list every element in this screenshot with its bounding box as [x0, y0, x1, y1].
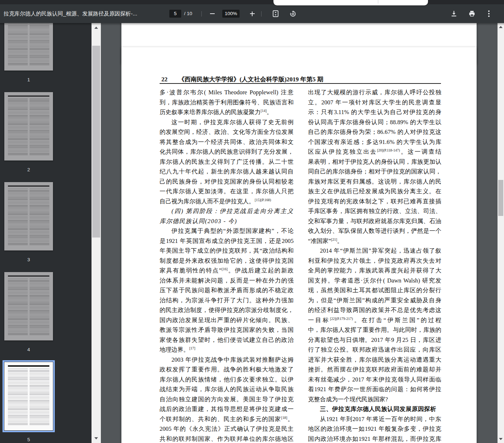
text-line: 从1921 年到2017 年将近一百年的时间，中东	[308, 414, 441, 424]
text-line: 国支持。学者道恩·沃尔什( Dawn Walsh) 研究发	[308, 276, 441, 286]
main-scrollbar-down-arrow[interactable]	[499, 438, 503, 440]
text-line: “准国家”[21]。	[308, 236, 441, 246]
text-line: 治体系并未能解决问题，反而是一种在外力的强	[160, 276, 294, 286]
text-line: 历史叙事来培养库尔德人的民族凝聚力[14]。	[160, 107, 294, 117]
thumbnail-page-4[interactable]: 4	[4, 272, 53, 340]
thumbnail-page-number: 2	[4, 167, 53, 172]
text-line: 库族对库区更有归属感。这说明，库尔德人的民	[308, 177, 441, 187]
text-line: 纪八九十年代起，新生的库尔德人越来越认同自	[160, 167, 294, 177]
more-options-icon	[488, 10, 490, 17]
download-icon	[450, 10, 458, 18]
text-line: 治结构，为宗派斗争打开了大门。这种外力强加	[160, 295, 294, 306]
text-line: 制度都是外来政权强加给它的，这使得伊拉克国	[160, 256, 294, 266]
rotate-ccw-icon	[289, 10, 297, 18]
text-line: 的发展空间，经济、政治、文化等方面全方位发展	[160, 127, 294, 137]
text-line: 化共同体，库尔德人的民族意识得到了充分发展，	[160, 147, 294, 157]
main-scrollbar-up-arrow[interactable]	[499, 26, 503, 28]
thumbnail-page-image	[4, 272, 53, 340]
text-line: 库尔德人的民族主义得到了广泛传播。从二十世	[160, 157, 294, 167]
zoom-in-button[interactable]	[247, 9, 257, 19]
text-line: 年美国主导下成立的伊拉克联邦，其“政治结构和	[160, 246, 294, 256]
sidebar-scrollbar-thumb[interactable]	[92, 46, 100, 238]
text-line: 自己的库尔德身份为荣；86.67% 的人对伊拉克这	[308, 127, 441, 137]
text-line: 挫折。然而摆在伊拉克联邦政府面前的难题却并	[308, 365, 441, 375]
text-line: 自己视为库尔德人而不是伊拉克人。[15](P.168)	[160, 196, 294, 207]
toolbar-separator	[201, 11, 202, 17]
thumbnail-page-2[interactable]: 2	[4, 92, 53, 161]
text-line: 行了独立公投。联邦政府迅速作出回应，向库区	[308, 345, 441, 355]
text-line: 个国家没有亲近感；多达91.6% 的大学生认为库	[308, 137, 441, 147]
text-line: 2014 年“伊斯兰国”异军突起，迅速占领了叙	[308, 246, 441, 256]
text-line: 家具有脆弱性的特点”[16]。伊战后建立起的新政	[160, 266, 294, 276]
toolbar-shadow	[0, 23, 504, 26]
zoom-level-input[interactable]: 100%	[222, 10, 240, 18]
text-line: 国内政治发展呈现出严重的碎片化倾向。民族、	[160, 315, 294, 325]
text-line: 未有丝毫减少，2017 年末伊拉克领导人同样面临	[308, 375, 441, 385]
scrollbar-down-arrow[interactable]	[94, 437, 98, 439]
page5-header-rule	[160, 83, 441, 84]
minus-icon	[210, 13, 215, 14]
download-button[interactable]	[449, 9, 459, 19]
fit-page-icon	[272, 10, 280, 18]
page5-header: 22《西南民族大学学报》(人文社会科学版)2019 年第5 期	[161, 75, 323, 83]
plus-icon	[250, 12, 255, 16]
text-line: 地理边界。[17]	[160, 345, 294, 355]
text-line: 到，库族政治精英善于利用图像符号、民族语言和	[160, 98, 294, 108]
text-line: 政权发挥了重要作用。战争的胜利极大地激发了	[160, 365, 294, 375]
text-line: 伊拉克现有的宪政体制之下，联邦已难再直接插	[308, 196, 441, 207]
browser-frame-strip	[0, 0, 504, 4]
scrollbar-up-arrow[interactable]	[94, 27, 98, 29]
text-line: 库尔德民族认同(2003 - 今)	[160, 216, 294, 226]
text-line: 中，库尔德人发挥了重要作用。与此同时，库族的	[308, 325, 441, 335]
text-line: 手库区事务，库区拥有独立的行政、立法、司法、外	[308, 206, 441, 216]
text-line: 的民主政治制度，使得伊拉克的宗派分歧制度化，	[160, 305, 294, 315]
text-line: 教派等宗派性矛盾导致伊拉克国家的失败，当国	[160, 325, 294, 335]
text-line: 示：只有3.11% 的大学生认为自己对伊拉克的身	[308, 107, 441, 117]
more-options-button[interactable]	[484, 9, 494, 19]
text-line: 地区的政治环境一如1921 年般复杂多变，伊拉克	[308, 424, 441, 434]
right-column: 出现了大规模的游行示威，库尔德人呼吁公投独立。2007 年一项针对库区大学生的民…	[308, 87, 441, 443]
text-line: 出现了大规模的游行示威，库尔德人呼吁公投独	[308, 87, 441, 98]
text-line: 现，虽然美国和土耳其都试图阻止库区的分裂行	[308, 285, 441, 295]
page-number-input[interactable]: 5	[169, 10, 181, 18]
document-title: 拉克库尔德人的民族认同_根源、发展路径及原因探析-...	[4, 4, 137, 23]
text-line: 族主义在伊战后已经发展成为民族分离主义。在	[308, 186, 441, 196]
text-line: 家使各族群失望时，他们便尝试建立自己的政治	[160, 335, 294, 345]
print-button[interactable]	[467, 9, 477, 19]
section-heading: 三、伊拉克库尔德人民族认同发展原因探析	[308, 404, 441, 414]
text-line: 交和军事力量，与联邦政府就基尔库克归属、石油	[308, 216, 441, 226]
thumbnail-page-1[interactable]: 1	[4, 23, 53, 71]
thumbnail-page-number: 3	[4, 257, 53, 262]
page5-header-journal: 《西南民族大学学报》(人文社会科学版)2019 年第5 期	[178, 76, 323, 83]
text-line: 这一时期，伊拉克库尔德人获得了史无前例	[160, 117, 294, 127]
text-line: 国内政治环境亦如1921 年那样混乱，而伊拉克库	[308, 434, 441, 443]
page-count-label: / 10	[184, 4, 192, 23]
toolbar-separator	[261, 11, 262, 17]
thumbnail-page-5[interactable]: 5	[4, 362, 53, 430]
text-line: 进军并大获全胜，库尔德民族分离运动遭遇重大	[308, 355, 441, 365]
text-line: 分离欲望也与日俱增。2017 年9 月25 日，库区进	[308, 335, 441, 345]
fit-page-button[interactable]	[271, 9, 281, 19]
text-line: 利亚和伊拉克大片领土，伊拉克政府再次失去对	[308, 256, 441, 266]
zoom-out-button[interactable]	[207, 9, 217, 19]
text-line: 收入划分、军队保留人数等进行谈判，俨然是一个	[308, 226, 441, 236]
main-scrollbar[interactable]	[498, 23, 504, 443]
thumbnail-page-3[interactable]: 3	[4, 182, 53, 250]
text-line: 同自己的库尔德身份；相对于伊拉克的国家认同，	[308, 167, 441, 177]
text-line: 2003 年伊拉克战争中库族武装对推翻萨达姆	[160, 355, 294, 365]
thumbnail-page-image	[4, 182, 53, 250]
text-line: 果表明，相对于伊拉克人的身份认同，库族更加认	[308, 157, 441, 167]
popup-divider	[378, 0, 378, 4]
thumbnail-page-image	[4, 362, 53, 430]
text-line: 己的民族身份，对伊拉克国家的身份认同相较老	[160, 177, 294, 187]
main-scrollbar-thumb[interactable]	[498, 180, 503, 216]
text-line: 自治向独立建国的方向发展。美国主导了伊拉克	[160, 394, 294, 404]
text-line: 一目标[22](P.179-217)。在打击“伊斯兰国”的过程	[308, 315, 441, 325]
sidebar-scrollbar[interactable]	[92, 23, 101, 443]
page5-header-page-number: 22	[161, 76, 168, 83]
thumbnail-page-image	[4, 92, 53, 161]
thumbnail-page-number: 5	[4, 437, 53, 442]
rotate-button[interactable]	[288, 9, 298, 19]
pdf-page-5: 22《西南民族大学学报》(人文社会科学版)2019 年第5 期 多·波普尔韦尔(…	[121, 47, 477, 443]
text-line: 共和的联邦制国家、作为联邦单位的库尔德地区	[160, 434, 294, 443]
